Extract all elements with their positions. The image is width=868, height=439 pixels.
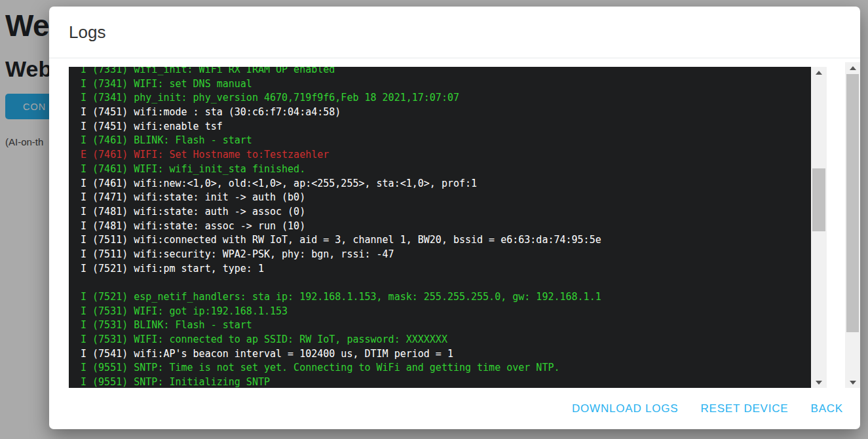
screen: Web Web CON (AI-on-th Logs I (7331) wifi… — [0, 0, 868, 439]
log-line: I (7451) wifi:mode : sta (30:c6:f7:04:a4… — [81, 105, 811, 120]
log-line: I (7521) esp_netif_handlers: sta ip: 192… — [81, 290, 811, 305]
log-line: I (7481) wifi:state: assoc -> run (10) — [81, 220, 811, 234]
log-line: I (7341) phy_init: phy_version 4670,719f… — [81, 91, 811, 105]
log-line: I (7471) wifi:state: init -> auth (b0) — [81, 191, 811, 205]
reset-device-button[interactable]: RESET DEVICE — [701, 402, 789, 415]
scroll-down-icon[interactable] — [845, 377, 860, 388]
log-line: I (7461) BLINK: Flash - start — [81, 134, 811, 148]
log-line: I (7541) wifi:AP's beacon interval = 102… — [81, 347, 811, 362]
log-line: I (7511) wifi:connected with RW IoT, aid… — [81, 233, 811, 248]
log-line: I (7461) WIFI: wifi_init_sta finished. — [81, 162, 811, 177]
log-viewport: I (7331) wifi_init: WiFi RX IRAM OP enab… — [69, 67, 811, 388]
log-line: E (7461) WIFI: Set Hostname to:Testzaehl… — [81, 148, 811, 162]
log-console: I (7331) wifi_init: WiFi RX IRAM OP enab… — [69, 67, 827, 388]
download-logs-button[interactable]: DOWNLOAD LOGS — [572, 402, 678, 415]
modal-scrollbar[interactable] — [845, 62, 860, 388]
back-button[interactable]: BACK — [811, 402, 844, 415]
scroll-up-icon[interactable] — [845, 62, 860, 73]
scroll-down-icon[interactable] — [811, 377, 827, 388]
log-line: I (7511) wifi:security: WPA2-PSK, phy: b… — [81, 248, 811, 262]
modal-title: Logs — [69, 7, 105, 58]
log-line: I (7341) WIFI: set DNS manual — [81, 77, 811, 92]
modal-scrollbar-thumb[interactable] — [846, 74, 859, 332]
log-line: I (7331) wifi_init: WiFi RX IRAM OP enab… — [81, 67, 811, 77]
scroll-up-icon[interactable] — [811, 67, 827, 78]
log-line: I (7531) WIFI: connected to ap SSID: RW … — [81, 333, 811, 347]
log-line: I (7481) wifi:state: auth -> assoc (0) — [81, 205, 811, 220]
log-line: I (7531) BLINK: Flash - start — [81, 318, 811, 333]
console-scrollbar[interactable] — [811, 67, 827, 388]
log-line: I (7461) wifi:new:<1,0>, old:<1,0>, ap:<… — [81, 177, 811, 191]
console-scrollbar-thumb[interactable] — [812, 168, 825, 231]
log-line — [81, 276, 811, 290]
log-line: I (7531) WIFI: got ip:192.168.1.153 — [81, 305, 811, 319]
console-log: I (7331) wifi_init: WiFi RX IRAM OP enab… — [69, 67, 811, 388]
modal-footer: DOWNLOAD LOGS RESET DEVICE BACK — [49, 388, 860, 429]
logs-modal: Logs I (7331) wifi_init: WiFi RX IRAM OP… — [49, 7, 860, 429]
log-line: I (9551) SNTP: Time is not set yet. Conn… — [81, 361, 811, 375]
log-line: I (9551) SNTP: Initializing SNTP — [81, 375, 811, 388]
log-line: I (7521) wifi:pm start, type: 1 — [81, 262, 811, 277]
log-line: I (7451) wifi:enable tsf — [81, 120, 811, 134]
modal-header: Logs — [49, 7, 860, 58]
